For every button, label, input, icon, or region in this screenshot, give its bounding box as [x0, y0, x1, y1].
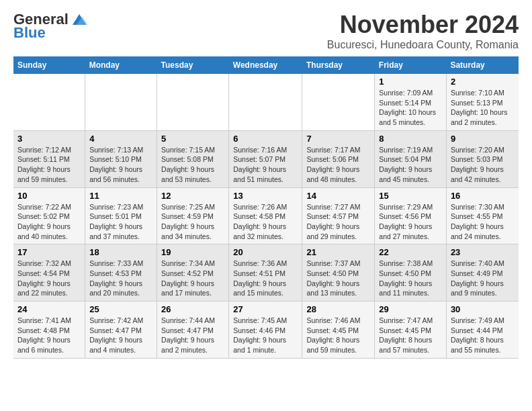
calendar-cell: 29Sunrise: 7:47 AM Sunset: 4:45 PM Dayli… [375, 302, 447, 359]
day-number: 23 [451, 247, 515, 257]
day-info: Sunrise: 7:33 AM Sunset: 4:53 PM Dayligh… [89, 259, 152, 298]
day-info: Sunrise: 7:40 AM Sunset: 4:49 PM Dayligh… [451, 259, 515, 298]
day-info: Sunrise: 7:20 AM Sunset: 5:03 PM Dayligh… [451, 145, 515, 185]
header-tuesday: Tuesday [157, 56, 229, 74]
header-sunday: Sunday [13, 56, 85, 74]
calendar-cell: 14Sunrise: 7:27 AM Sunset: 4:57 PM Dayli… [302, 187, 375, 244]
calendar-cell [13, 74, 85, 130]
day-number: 15 [379, 191, 442, 201]
calendar-cell: 1Sunrise: 7:09 AM Sunset: 5:14 PM Daylig… [375, 74, 447, 130]
calendar-cell: 13Sunrise: 7:26 AM Sunset: 4:58 PM Dayli… [229, 187, 302, 244]
day-number: 30 [451, 304, 515, 314]
location-title: Bucuresci, Hunedoara County, Romania [327, 39, 519, 51]
day-info: Sunrise: 7:27 AM Sunset: 4:57 PM Dayligh… [306, 202, 370, 242]
day-number: 3 [17, 134, 81, 144]
calendar-cell [229, 74, 302, 130]
calendar-cell: 15Sunrise: 7:29 AM Sunset: 4:56 PM Dayli… [375, 187, 447, 244]
calendar-cell: 24Sunrise: 7:41 AM Sunset: 4:48 PM Dayli… [13, 302, 85, 359]
calendar-cell: 11Sunrise: 7:23 AM Sunset: 5:01 PM Dayli… [85, 187, 157, 244]
header-wednesday: Wednesday [229, 56, 302, 74]
header-thursday: Thursday [302, 56, 375, 74]
day-number: 2 [451, 77, 515, 87]
calendar-cell: 12Sunrise: 7:25 AM Sunset: 4:59 PM Dayli… [157, 187, 229, 244]
day-info: Sunrise: 7:46 AM Sunset: 4:45 PM Dayligh… [306, 316, 370, 355]
day-number: 19 [161, 247, 224, 257]
logo-icon [70, 11, 89, 28]
calendar-cell: 23Sunrise: 7:40 AM Sunset: 4:49 PM Dayli… [446, 244, 519, 302]
day-number: 22 [379, 247, 442, 257]
day-info: Sunrise: 7:13 AM Sunset: 5:10 PM Dayligh… [89, 145, 152, 185]
header-saturday: Saturday [446, 56, 519, 74]
calendar-cell: 7Sunrise: 7:17 AM Sunset: 5:06 PM Daylig… [302, 130, 375, 187]
day-info: Sunrise: 7:32 AM Sunset: 4:54 PM Dayligh… [17, 259, 81, 298]
calendar-cell: 22Sunrise: 7:38 AM Sunset: 4:50 PM Dayli… [375, 244, 447, 302]
day-number: 8 [379, 134, 442, 144]
day-info: Sunrise: 7:45 AM Sunset: 4:46 PM Dayligh… [233, 316, 298, 355]
title-area: November 2024 Bucuresci, Hunedoara Count… [327, 11, 519, 51]
logo-blue-text: Blue [13, 24, 46, 42]
calendar-cell [302, 74, 375, 130]
day-number: 14 [306, 191, 370, 201]
calendar-cell: 20Sunrise: 7:36 AM Sunset: 4:51 PM Dayli… [229, 244, 302, 302]
day-info: Sunrise: 7:37 AM Sunset: 4:50 PM Dayligh… [306, 259, 370, 298]
day-info: Sunrise: 7:25 AM Sunset: 4:59 PM Dayligh… [161, 202, 224, 242]
day-number: 16 [451, 191, 515, 201]
calendar-header-row: SundayMondayTuesdayWednesdayThursdayFrid… [13, 56, 519, 74]
day-info: Sunrise: 7:38 AM Sunset: 4:50 PM Dayligh… [379, 259, 442, 298]
day-info: Sunrise: 7:17 AM Sunset: 5:06 PM Dayligh… [306, 145, 370, 185]
day-info: Sunrise: 7:16 AM Sunset: 5:07 PM Dayligh… [233, 145, 298, 185]
day-number: 20 [233, 247, 298, 257]
calendar-cell: 8Sunrise: 7:19 AM Sunset: 5:04 PM Daylig… [375, 130, 447, 187]
day-number: 26 [161, 304, 224, 314]
calendar-cell: 17Sunrise: 7:32 AM Sunset: 4:54 PM Dayli… [13, 244, 85, 302]
calendar-cell: 10Sunrise: 7:22 AM Sunset: 5:02 PM Dayli… [13, 187, 85, 244]
day-number: 7 [306, 134, 370, 144]
day-number: 18 [89, 247, 152, 257]
day-number: 12 [161, 191, 224, 201]
day-info: Sunrise: 7:22 AM Sunset: 5:02 PM Dayligh… [17, 202, 81, 242]
day-number: 6 [233, 134, 298, 144]
day-number: 13 [233, 191, 298, 201]
day-info: Sunrise: 7:10 AM Sunset: 5:13 PM Dayligh… [451, 88, 515, 128]
day-number: 11 [89, 191, 152, 201]
day-info: Sunrise: 7:09 AM Sunset: 5:14 PM Dayligh… [379, 88, 442, 128]
day-info: Sunrise: 7:15 AM Sunset: 5:08 PM Dayligh… [161, 145, 224, 185]
day-info: Sunrise: 7:44 AM Sunset: 4:47 PM Dayligh… [161, 316, 224, 355]
calendar-cell: 25Sunrise: 7:42 AM Sunset: 4:47 PM Dayli… [85, 302, 157, 359]
calendar-cell: 16Sunrise: 7:30 AM Sunset: 4:55 PM Dayli… [446, 187, 519, 244]
day-info: Sunrise: 7:42 AM Sunset: 4:47 PM Dayligh… [89, 316, 152, 355]
calendar-cell: 26Sunrise: 7:44 AM Sunset: 4:47 PM Dayli… [157, 302, 229, 359]
day-info: Sunrise: 7:36 AM Sunset: 4:51 PM Dayligh… [233, 259, 298, 298]
day-info: Sunrise: 7:47 AM Sunset: 4:45 PM Dayligh… [379, 316, 442, 355]
calendar-cell: 28Sunrise: 7:46 AM Sunset: 4:45 PM Dayli… [302, 302, 375, 359]
day-number: 21 [306, 247, 370, 257]
header-friday: Friday [375, 56, 447, 74]
day-info: Sunrise: 7:23 AM Sunset: 5:01 PM Dayligh… [89, 202, 152, 242]
calendar-cell: 30Sunrise: 7:49 AM Sunset: 4:44 PM Dayli… [446, 302, 519, 359]
day-number: 4 [89, 134, 152, 144]
calendar-cell: 9Sunrise: 7:20 AM Sunset: 5:03 PM Daylig… [446, 130, 519, 187]
calendar-cell: 27Sunrise: 7:45 AM Sunset: 4:46 PM Dayli… [229, 302, 302, 359]
day-info: Sunrise: 7:34 AM Sunset: 4:52 PM Dayligh… [161, 259, 224, 298]
calendar-week-row: 17Sunrise: 7:32 AM Sunset: 4:54 PM Dayli… [13, 244, 519, 302]
day-number: 24 [17, 304, 81, 314]
calendar-table: SundayMondayTuesdayWednesdayThursdayFrid… [13, 56, 519, 359]
calendar-cell: 19Sunrise: 7:34 AM Sunset: 4:52 PM Dayli… [157, 244, 229, 302]
calendar-cell: 21Sunrise: 7:37 AM Sunset: 4:50 PM Dayli… [302, 244, 375, 302]
header-monday: Monday [85, 56, 157, 74]
calendar-cell: 3Sunrise: 7:12 AM Sunset: 5:11 PM Daylig… [13, 130, 85, 187]
calendar-week-row: 3Sunrise: 7:12 AM Sunset: 5:11 PM Daylig… [13, 130, 519, 187]
day-info: Sunrise: 7:29 AM Sunset: 4:56 PM Dayligh… [379, 202, 442, 242]
month-title: November 2024 [327, 11, 519, 39]
day-number: 10 [17, 191, 81, 201]
day-number: 1 [379, 77, 442, 87]
calendar-cell [85, 74, 157, 130]
day-info: Sunrise: 7:26 AM Sunset: 4:58 PM Dayligh… [233, 202, 298, 242]
calendar-week-row: 24Sunrise: 7:41 AM Sunset: 4:48 PM Dayli… [13, 302, 519, 359]
calendar-cell: 2Sunrise: 7:10 AM Sunset: 5:13 PM Daylig… [446, 74, 519, 130]
day-number: 29 [379, 304, 442, 314]
calendar-cell: 5Sunrise: 7:15 AM Sunset: 5:08 PM Daylig… [157, 130, 229, 187]
calendar-week-row: 10Sunrise: 7:22 AM Sunset: 5:02 PM Dayli… [13, 187, 519, 244]
day-number: 27 [233, 304, 298, 314]
calendar-cell: 6Sunrise: 7:16 AM Sunset: 5:07 PM Daylig… [229, 130, 302, 187]
